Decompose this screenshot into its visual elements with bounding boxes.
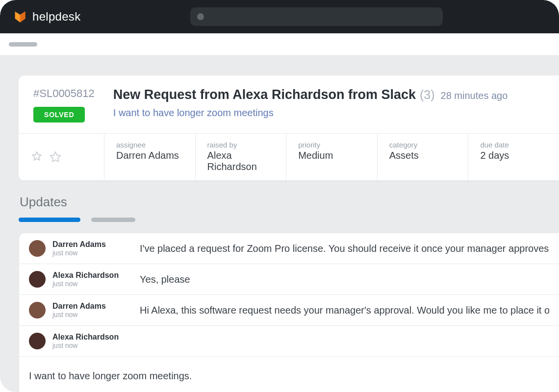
meta-due-date[interactable]: due date 2 days: [468, 134, 559, 180]
meta-label: raised by: [207, 141, 275, 149]
brand: helpdesk: [14, 10, 80, 24]
author-col: Darren Adams just now: [52, 302, 133, 318]
meta-category[interactable]: category Assets: [378, 134, 469, 180]
ticket-count: (3): [420, 88, 435, 102]
update-row[interactable]: Alexa Richardson just now: [19, 326, 559, 357]
tab-inactive[interactable]: [91, 218, 135, 222]
update-row[interactable]: Darren Adams just now I've placed a requ…: [19, 233, 559, 264]
meta-label: priority: [298, 141, 365, 149]
author-col: Darren Adams just now: [52, 240, 133, 257]
ticket-card: #SL0005812 SOLVED New Request from Alexa…: [19, 75, 559, 181]
logo-icon: [14, 10, 26, 23]
meta-assignee[interactable]: assignee Darren Adams: [104, 134, 196, 180]
meta-value: 2 days: [480, 150, 547, 161]
meta-value: Darren Adams: [116, 150, 183, 161]
content-area: #SL0005812 SOLVED New Request from Alexa…: [0, 56, 559, 392]
ticket-title: New Request from Alexa Richardson from S…: [113, 87, 416, 102]
author-name: Alexa Richardson: [52, 271, 133, 280]
search-wrap: [87, 7, 545, 26]
brand-name: helpdesk: [32, 10, 80, 24]
ticket-id: #SL0005812: [33, 87, 95, 100]
secondary-bar: [0, 33, 559, 56]
meta-raised-by[interactable]: raised by Alexa Richardson: [196, 134, 287, 180]
author-name: Alexa Richardson: [52, 333, 133, 342]
search-input[interactable]: [190, 7, 443, 26]
app-window: helpdesk #SL0005812 SOLVED New Request f…: [0, 0, 559, 392]
meta-priority[interactable]: priority Medium: [286, 134, 378, 180]
avatar: [29, 240, 46, 257]
ticket-title-col: New Request from Alexa Richardson from S…: [113, 87, 544, 122]
update-row[interactable]: Alexa Richardson just now Yes, please: [19, 264, 559, 295]
star-cell: [19, 134, 104, 180]
update-text: I've placed a request for Zoom Pro licen…: [140, 243, 549, 254]
updates-heading: Updates: [19, 181, 559, 218]
author-time: just now: [52, 342, 133, 349]
avatar: [29, 271, 46, 288]
author-col: Alexa Richardson just now: [52, 333, 133, 349]
tab-active[interactable]: [19, 218, 80, 222]
meta-label: assignee: [116, 141, 183, 149]
ticket-meta-row: assignee Darren Adams raised by Alexa Ri…: [19, 133, 559, 181]
pin-icon[interactable]: [30, 151, 43, 164]
top-bar: helpdesk: [0, 0, 559, 33]
updates-tabbar: [19, 218, 559, 222]
avatar: [29, 302, 46, 318]
author-col: Alexa Richardson just now: [52, 271, 133, 288]
avatar: [29, 333, 46, 349]
meta-value: Assets: [389, 150, 457, 161]
update-text: Hi Alexa, this software request needs yo…: [140, 305, 549, 316]
ticket-subtitle[interactable]: I want to have longer zoom meetings: [113, 107, 544, 119]
meta-value: Medium: [298, 150, 365, 161]
author-time: just now: [52, 280, 133, 288]
ticket-id-col: #SL0005812 SOLVED: [33, 87, 95, 122]
meta-label: category: [389, 141, 457, 149]
author-time: just now: [52, 249, 133, 257]
ticket-age: 28 minutes ago: [441, 90, 508, 101]
updates-list: Darren Adams just now I've placed a requ…: [19, 233, 559, 392]
update-row[interactable]: Darren Adams just now Hi Alexa, this sof…: [19, 295, 559, 326]
star-icon[interactable]: [49, 151, 62, 164]
author-time: just now: [52, 311, 133, 318]
author-name: Darren Adams: [52, 302, 133, 311]
status-badge: SOLVED: [33, 107, 85, 122]
title-line: New Request from Alexa Richardson from S…: [113, 87, 544, 102]
update-text: Yes, please: [140, 274, 190, 285]
meta-label: due date: [480, 141, 547, 149]
search-icon: [197, 13, 204, 20]
breadcrumb-placeholder: [9, 42, 37, 47]
meta-value: Alexa Richardson: [207, 150, 275, 172]
author-name: Darren Adams: [52, 240, 133, 249]
ticket-body-text: I want to have longer zoom meetings.: [19, 357, 559, 392]
ticket-header: #SL0005812 SOLVED New Request from Alexa…: [19, 75, 559, 133]
